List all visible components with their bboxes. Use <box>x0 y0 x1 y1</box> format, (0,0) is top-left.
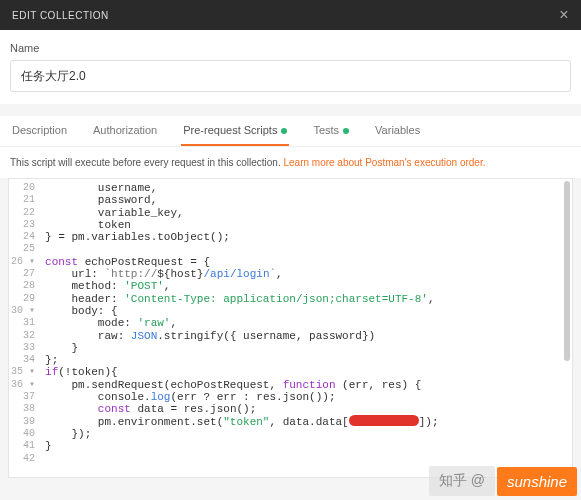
tab-prerequest-scripts[interactable]: Pre-request Scripts <box>181 116 289 146</box>
modal-header: EDIT COLLECTION × <box>0 0 581 30</box>
learn-more-link[interactable]: Learn more about Postman's execution ord… <box>283 157 485 168</box>
indicator-dot-icon <box>343 128 349 134</box>
code-content[interactable]: username, password, variable_key, token}… <box>41 179 442 466</box>
name-label: Name <box>10 42 571 54</box>
indicator-dot-icon <box>281 128 287 134</box>
tab-description[interactable]: Description <box>10 116 69 146</box>
modal-title: EDIT COLLECTION <box>12 10 109 21</box>
tab-tests[interactable]: Tests <box>311 116 351 146</box>
scrollbar[interactable] <box>564 181 570 477</box>
tab-authorization[interactable]: Authorization <box>91 116 159 146</box>
tabs-bar: Description Authorization Pre-request Sc… <box>0 116 581 147</box>
watermark-left: 知乎 @ <box>429 466 495 496</box>
scroll-thumb[interactable] <box>564 181 570 361</box>
collection-name-input[interactable] <box>10 60 571 92</box>
watermark: 知乎 @ sunshine <box>429 466 577 496</box>
script-hint: This script will execute before every re… <box>0 147 581 178</box>
form-area: Name <box>0 30 581 104</box>
tab-variables[interactable]: Variables <box>373 116 422 146</box>
watermark-right: sunshine <box>497 467 577 496</box>
code-editor[interactable]: 20212223242526 ▾27282930 ▾3132333435 ▾36… <box>8 178 573 478</box>
close-icon[interactable]: × <box>559 6 569 24</box>
line-gutter: 20212223242526 ▾27282930 ▾3132333435 ▾36… <box>9 179 41 466</box>
